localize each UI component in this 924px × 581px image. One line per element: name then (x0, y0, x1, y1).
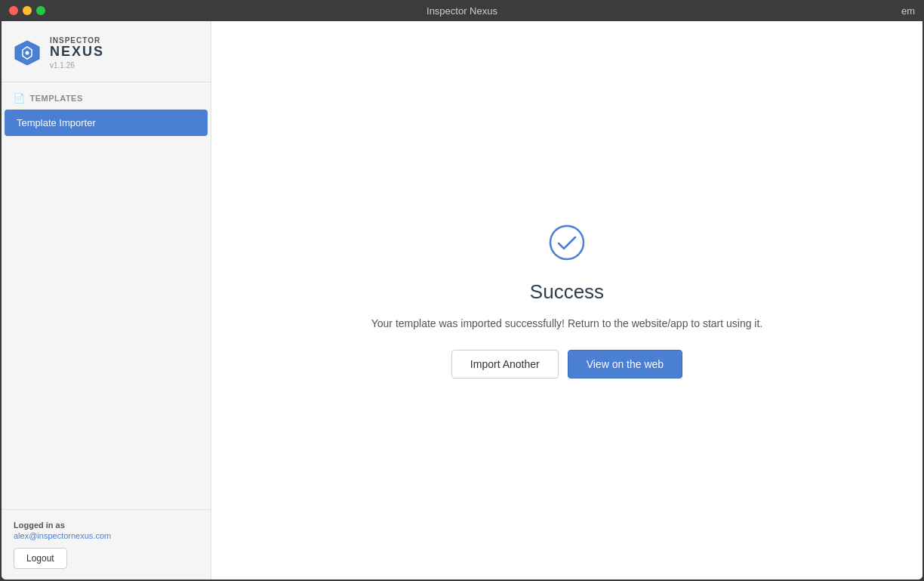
success-title: Success (530, 280, 604, 304)
sidebar: INSPECTOR NEXUS v1.1.26 📄 TEMPLATES Temp… (2, 21, 211, 579)
svg-point-1 (26, 51, 29, 54)
sidebar-section-label-text: TEMPLATES (30, 94, 83, 103)
view-on-web-button[interactable]: View on the web (568, 350, 682, 379)
logout-button[interactable]: Logout (14, 548, 67, 569)
check-circle-icon (547, 223, 587, 262)
svg-point-2 (550, 226, 584, 259)
app-logo-icon (14, 39, 41, 66)
window-title: Inspector Nexus (427, 5, 497, 17)
close-button[interactable] (9, 6, 18, 15)
sidebar-item-label: Template Importer (17, 117, 96, 128)
main-window: INSPECTOR NEXUS v1.1.26 📄 TEMPLATES Temp… (2, 21, 922, 579)
sidebar-item-template-importer[interactable]: Template Importer (5, 110, 208, 136)
success-actions: Import Another View on the web (451, 350, 682, 379)
main-content: Success Your template was imported succe… (211, 21, 922, 579)
title-bar-right-text: em (901, 5, 915, 17)
traffic-lights (9, 6, 45, 15)
app-title-nexus: NEXUS (50, 45, 104, 60)
title-bar: Inspector Nexus em (0, 0, 924, 21)
logged-in-label: Logged in as (14, 521, 199, 530)
success-panel: Success Your template was imported succe… (371, 223, 763, 379)
app-title-block: INSPECTOR NEXUS v1.1.26 (50, 36, 104, 70)
sidebar-header: INSPECTOR NEXUS v1.1.26 (2, 21, 211, 82)
import-another-button[interactable]: Import Another (451, 350, 559, 379)
success-message: Your template was imported successfully!… (371, 316, 763, 332)
maximize-button[interactable] (36, 6, 45, 15)
minimize-button[interactable] (23, 6, 32, 15)
logged-in-email: alex@inspectornexus.com (14, 531, 199, 540)
sidebar-footer: Logged in as alex@inspectornexus.com Log… (2, 509, 211, 579)
success-icon-container (547, 223, 587, 265)
sidebar-nav: 📄 TEMPLATES Template Importer (2, 82, 211, 509)
app-version: v1.1.26 (50, 61, 104, 70)
templates-icon: 📄 (14, 93, 26, 104)
sidebar-section-templates: 📄 TEMPLATES (2, 82, 211, 110)
